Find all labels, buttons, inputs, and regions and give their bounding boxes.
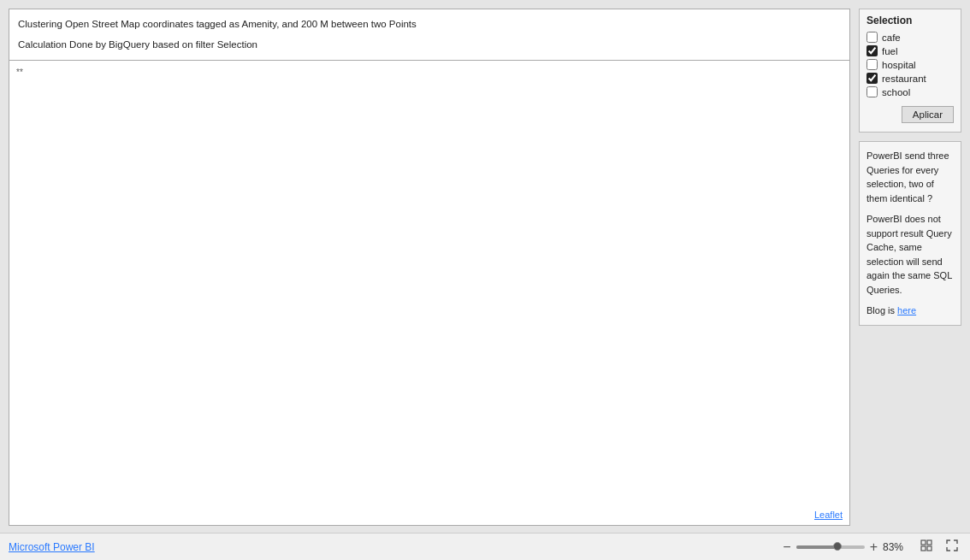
info-box: Clustering Open Street Map coordinates t… <box>9 9 850 61</box>
selection-title: Selection <box>866 15 954 27</box>
checkbox-school-label[interactable]: school <box>882 87 910 97</box>
checkbox-restaurant-label[interactable]: restaurant <box>882 74 926 84</box>
zoom-control: − + 83% <box>781 540 910 554</box>
checkbox-cafe-label[interactable]: cafe <box>882 32 901 43</box>
checkbox-school[interactable]: school <box>866 86 954 97</box>
svg-rect-3 <box>927 546 932 551</box>
info-card-blog: Blog is here <box>866 304 954 318</box>
map-area[interactable]: ** Leaflet <box>9 60 850 526</box>
checkbox-restaurant-input[interactable] <box>866 73 878 84</box>
zoom-minus-button[interactable]: − <box>781 540 792 554</box>
blog-link[interactable]: here <box>897 305 916 315</box>
bottom-right-controls: − + 83% <box>781 539 961 555</box>
checkbox-cafe-input[interactable] <box>866 32 878 43</box>
svg-rect-2 <box>921 546 926 551</box>
zoom-slider-thumb <box>833 542 842 551</box>
checkbox-cafe[interactable]: cafe <box>866 32 954 43</box>
fullscreen-icon[interactable] <box>943 539 961 555</box>
right-panel: Selection cafe fuel hospital restaurant … <box>859 9 961 526</box>
map-dots: ** <box>16 68 23 78</box>
aplicar-button[interactable]: Aplicar <box>902 106 954 123</box>
checkbox-hospital-input[interactable] <box>866 59 878 70</box>
checkbox-fuel-input[interactable] <box>866 45 878 56</box>
leaflet-link[interactable]: Leaflet <box>814 510 843 520</box>
checkbox-school-input[interactable] <box>866 86 878 97</box>
left-panel: Clustering Open Street Map coordinates t… <box>9 9 850 526</box>
selection-panel: Selection cafe fuel hospital restaurant … <box>859 9 961 133</box>
zoom-plus-button[interactable]: + <box>868 540 879 554</box>
checkbox-hospital-label[interactable]: hospital <box>882 60 916 70</box>
info-card-p1: PowerBI send three Queries for every sel… <box>866 149 954 205</box>
powerbi-label[interactable]: Microsoft Power BI <box>9 541 95 553</box>
checkbox-fuel[interactable]: fuel <box>866 45 954 56</box>
info-line2: Calculation Done by BigQuery based on fi… <box>18 37 841 52</box>
fit-screen-icon[interactable] <box>917 539 936 555</box>
zoom-percent-label: 83% <box>883 541 910 553</box>
blog-prefix: Blog is <box>866 305 897 315</box>
checkbox-hospital[interactable]: hospital <box>866 59 954 70</box>
info-card: PowerBI send three Queries for every sel… <box>859 141 961 326</box>
zoom-slider[interactable] <box>796 545 865 549</box>
zoom-slider-track <box>796 545 837 549</box>
info-line1: Clustering Open Street Map coordinates t… <box>18 16 841 32</box>
svg-rect-0 <box>921 540 926 545</box>
checkbox-fuel-label[interactable]: fuel <box>882 46 898 56</box>
checkbox-restaurant[interactable]: restaurant <box>866 73 954 84</box>
bottom-bar: Microsoft Power BI − + 83% <box>0 533 970 560</box>
info-card-p2: PowerBI does not support result Query Ca… <box>866 212 954 297</box>
svg-rect-1 <box>927 540 932 545</box>
